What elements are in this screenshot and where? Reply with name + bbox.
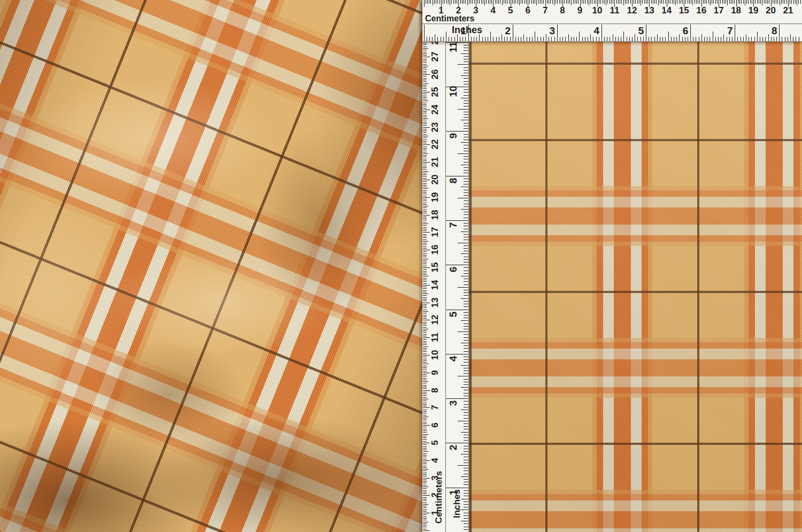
inch-tick	[607, 37, 607, 41]
inch-tick	[461, 320, 468, 321]
inch-tick	[464, 59, 468, 59]
inch-tick	[446, 131, 468, 132]
vertical-ruler: 2827262524232221201918171615141312111098…	[422, 0, 469, 532]
inch-tick	[715, 37, 716, 41]
inch-number: 5	[448, 311, 458, 317]
inch-tick	[464, 73, 468, 73]
inch-tick	[799, 37, 799, 41]
inch-tick	[762, 37, 763, 41]
inch-tick	[723, 34, 724, 41]
inch-tick	[461, 521, 468, 521]
inch-tick	[643, 37, 644, 41]
inch-number: 4	[448, 356, 458, 362]
inch-tick	[549, 37, 549, 41]
inch-tick	[464, 323, 468, 324]
inch-tick	[464, 48, 468, 48]
inch-tick	[613, 34, 613, 41]
inch-tick	[446, 265, 468, 265]
inch-tick	[562, 37, 563, 41]
inch-tick	[779, 25, 780, 41]
inch-tick	[574, 37, 574, 41]
inch-tick	[571, 37, 572, 41]
inch-tick	[464, 290, 468, 290]
inch-tick	[464, 140, 468, 140]
inch-tick	[424, 25, 425, 41]
inch-tick	[461, 410, 468, 410]
inch-tick	[790, 34, 791, 41]
inch-tick	[458, 421, 468, 421]
inch-number: 10	[448, 86, 458, 97]
inch-tick	[451, 37, 452, 41]
inch-tick	[464, 471, 468, 471]
inch-tick	[464, 45, 468, 45]
inch-tick	[464, 89, 468, 90]
inch-tick	[464, 61, 468, 62]
inch-tick	[737, 37, 738, 41]
fabric-measurement-photo: 2827262524232221201918171615141312111098…	[0, 0, 802, 532]
inch-tick	[532, 37, 533, 41]
inch-tick	[464, 81, 468, 82]
inch-number: 7	[448, 222, 458, 228]
inch-tick	[474, 37, 474, 41]
inch-tick	[523, 34, 524, 41]
inch-tick	[446, 354, 468, 354]
inch-tick	[464, 145, 468, 145]
inch-number: 6	[683, 26, 689, 36]
inch-tick	[610, 37, 610, 41]
centimeters-label: Centimeters	[434, 471, 443, 523]
inch-tick	[461, 187, 468, 187]
inch-tick	[464, 170, 468, 171]
inch-tick	[776, 37, 777, 41]
inches-label: Inches	[452, 489, 461, 518]
inch-tick	[482, 37, 483, 41]
inch-tick	[464, 418, 468, 419]
inch-tick	[461, 75, 468, 76]
inch-tick	[713, 32, 713, 41]
inch-tick	[604, 37, 605, 41]
inch-tick	[746, 34, 746, 41]
inch-tick	[554, 37, 555, 41]
inch-tick	[582, 37, 583, 41]
inch-tick	[461, 165, 468, 165]
inch-tick	[618, 37, 619, 41]
inch-tick	[464, 440, 468, 441]
inch-tick	[461, 499, 468, 499]
inch-tick	[458, 109, 468, 110]
inch-tick	[502, 34, 502, 41]
inch-tick	[464, 195, 468, 196]
inch-tick	[464, 359, 468, 360]
inch-tick	[464, 262, 468, 263]
inch-tick	[464, 407, 468, 407]
inch-tick	[464, 295, 468, 296]
inch-tick	[464, 496, 468, 496]
inch-tick	[464, 50, 468, 51]
inch-tick	[446, 398, 468, 399]
inch-tick	[464, 214, 468, 215]
inch-number: 5	[638, 26, 644, 36]
inch-tick	[785, 37, 785, 41]
inch-tick	[535, 32, 535, 41]
inch-tick	[464, 103, 468, 104]
inch-tick	[464, 529, 468, 530]
inch-tick	[464, 362, 468, 363]
inch-tick	[699, 37, 699, 41]
inch-tick	[464, 281, 468, 282]
inch-tick	[551, 37, 552, 41]
inch-tick	[461, 120, 468, 120]
inch-tick	[527, 37, 527, 41]
inch-tick	[682, 37, 683, 41]
centimeters-label: Centimeters	[425, 14, 474, 23]
inch-tick	[507, 37, 507, 41]
inch-tick	[464, 329, 468, 329]
inch-tick	[464, 326, 468, 327]
inch-tick	[546, 34, 546, 41]
inch-tick	[465, 37, 466, 41]
inch-tick	[765, 37, 766, 41]
inch-tick	[688, 37, 688, 41]
inch-tick	[458, 287, 468, 288]
inch-tick	[458, 153, 468, 154]
inch-tick	[464, 173, 468, 173]
inch-tick	[485, 37, 485, 41]
inch-number: 8	[448, 178, 458, 183]
inch-tick	[541, 37, 541, 41]
